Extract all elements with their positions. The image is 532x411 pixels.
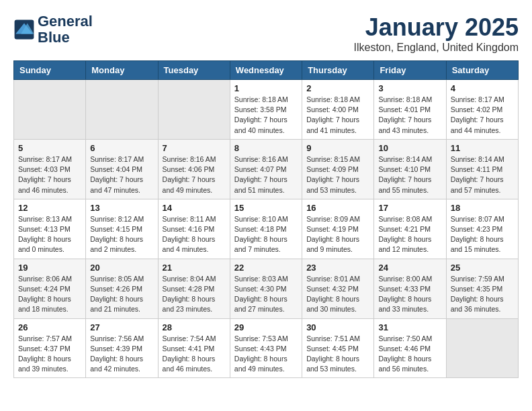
day-info: Sunrise: 8:03 AMSunset: 4:30 PMDaylight:… (234, 274, 298, 315)
day-number: 23 (306, 263, 369, 273)
week-row-1: 1 Sunrise: 8:18 AMSunset: 3:58 PMDayligh… (14, 80, 519, 140)
day-info: Sunrise: 8:06 AMSunset: 4:24 PMDaylight:… (18, 274, 81, 315)
header-cell-wednesday: Wednesday (230, 61, 302, 80)
day-cell: 4 Sunrise: 8:17 AMSunset: 4:02 PMDayligh… (446, 80, 518, 140)
day-info: Sunrise: 8:00 AMSunset: 4:33 PMDaylight:… (378, 274, 441, 315)
day-number: 8 (234, 143, 298, 153)
day-info: Sunrise: 7:59 AMSunset: 4:35 PMDaylight:… (451, 274, 514, 315)
header-cell-tuesday: Tuesday (158, 61, 230, 80)
day-info: Sunrise: 8:05 AMSunset: 4:26 PMDaylight:… (90, 274, 153, 315)
day-info: Sunrise: 7:54 AMSunset: 4:41 PMDaylight:… (163, 334, 226, 375)
day-number: 3 (378, 83, 441, 93)
day-info: Sunrise: 8:08 AMSunset: 4:21 PMDaylight:… (378, 214, 441, 255)
day-info: Sunrise: 8:18 AMSunset: 4:01 PMDaylight:… (378, 95, 441, 136)
day-info: Sunrise: 8:18 AMSunset: 3:58 PMDaylight:… (234, 95, 298, 136)
day-info: Sunrise: 7:51 AMSunset: 4:45 PMDaylight:… (306, 334, 369, 375)
day-info: Sunrise: 7:53 AMSunset: 4:43 PMDaylight:… (234, 334, 298, 375)
day-number: 20 (90, 263, 153, 273)
day-info: Sunrise: 8:12 AMSunset: 4:15 PMDaylight:… (90, 214, 153, 255)
day-info: Sunrise: 8:17 AMSunset: 4:02 PMDaylight:… (451, 95, 514, 136)
day-number: 10 (378, 143, 441, 153)
day-cell: 23 Sunrise: 8:01 AMSunset: 4:32 PMDaylig… (302, 259, 374, 318)
calendar-body: 1 Sunrise: 8:18 AMSunset: 3:58 PMDayligh… (14, 80, 519, 378)
day-cell: 11 Sunrise: 8:14 AMSunset: 4:11 PMDaylig… (446, 139, 518, 199)
page-header: General Blue January 2025 Ilkeston, Engl… (13, 13, 519, 54)
day-info: Sunrise: 8:17 AMSunset: 4:03 PMDaylight:… (18, 154, 81, 195)
day-info: Sunrise: 8:14 AMSunset: 4:10 PMDaylight:… (378, 154, 441, 195)
day-cell: 21 Sunrise: 8:04 AMSunset: 4:28 PMDaylig… (158, 259, 230, 318)
day-cell: 1 Sunrise: 8:18 AMSunset: 3:58 PMDayligh… (230, 80, 302, 140)
day-number: 24 (378, 263, 441, 273)
day-info: Sunrise: 8:16 AMSunset: 4:07 PMDaylight:… (234, 154, 298, 195)
day-number: 30 (306, 322, 369, 332)
day-number: 12 (18, 203, 81, 213)
day-cell: 24 Sunrise: 8:00 AMSunset: 4:33 PMDaylig… (374, 259, 446, 318)
day-number: 26 (18, 322, 81, 332)
calendar-subtitle: Ilkeston, England, United Kingdom (354, 42, 519, 54)
day-info: Sunrise: 8:16 AMSunset: 4:06 PMDaylight:… (163, 154, 226, 195)
logo-icon (13, 19, 35, 40)
day-number: 29 (234, 322, 298, 332)
day-number: 1 (234, 83, 298, 93)
day-cell: 28 Sunrise: 7:54 AMSunset: 4:41 PMDaylig… (158, 318, 230, 378)
logo: General Blue (13, 13, 93, 46)
day-number: 22 (234, 263, 298, 273)
day-number: 2 (306, 83, 369, 93)
day-number: 25 (451, 263, 514, 273)
day-cell: 10 Sunrise: 8:14 AMSunset: 4:10 PMDaylig… (374, 139, 446, 199)
day-cell: 12 Sunrise: 8:13 AMSunset: 4:13 PMDaylig… (14, 199, 86, 259)
day-number: 4 (451, 83, 514, 93)
day-cell: 8 Sunrise: 8:16 AMSunset: 4:07 PMDayligh… (230, 139, 302, 199)
day-cell: 26 Sunrise: 7:57 AMSunset: 4:37 PMDaylig… (14, 318, 86, 378)
day-cell: 15 Sunrise: 8:10 AMSunset: 4:18 PMDaylig… (230, 199, 302, 259)
header-cell-thursday: Thursday (302, 61, 374, 80)
day-number: 17 (378, 203, 441, 213)
day-number: 18 (451, 203, 514, 213)
day-info: Sunrise: 8:04 AMSunset: 4:28 PMDaylight:… (163, 274, 226, 315)
day-number: 16 (306, 203, 369, 213)
day-info: Sunrise: 8:17 AMSunset: 4:04 PMDaylight:… (90, 154, 153, 195)
week-row-3: 12 Sunrise: 8:13 AMSunset: 4:13 PMDaylig… (14, 199, 519, 259)
day-number: 6 (90, 143, 153, 153)
logo-text: General Blue (38, 13, 93, 46)
header-cell-friday: Friday (374, 61, 446, 80)
header-cell-saturday: Saturday (446, 61, 518, 80)
day-cell: 25 Sunrise: 7:59 AMSunset: 4:35 PMDaylig… (446, 259, 518, 318)
day-cell: 20 Sunrise: 8:05 AMSunset: 4:26 PMDaylig… (86, 259, 158, 318)
day-number: 19 (18, 263, 81, 273)
day-cell: 22 Sunrise: 8:03 AMSunset: 4:30 PMDaylig… (230, 259, 302, 318)
calendar-table: SundayMondayTuesdayWednesdayThursdayFrid… (13, 60, 519, 378)
day-info: Sunrise: 8:10 AMSunset: 4:18 PMDaylight:… (234, 214, 298, 255)
day-cell: 2 Sunrise: 8:18 AMSunset: 4:00 PMDayligh… (302, 80, 374, 140)
day-number: 9 (306, 143, 369, 153)
day-number: 21 (163, 263, 226, 273)
day-number: 31 (378, 322, 441, 332)
day-number: 7 (163, 143, 226, 153)
day-number: 5 (18, 143, 81, 153)
day-cell: 19 Sunrise: 8:06 AMSunset: 4:24 PMDaylig… (14, 259, 86, 318)
day-info: Sunrise: 8:07 AMSunset: 4:23 PMDaylight:… (451, 214, 514, 255)
day-number: 28 (163, 322, 226, 332)
day-number: 15 (234, 203, 298, 213)
day-cell: 29 Sunrise: 7:53 AMSunset: 4:43 PMDaylig… (230, 318, 302, 378)
day-info: Sunrise: 7:50 AMSunset: 4:46 PMDaylight:… (378, 334, 441, 375)
day-cell: 6 Sunrise: 8:17 AMSunset: 4:04 PMDayligh… (86, 139, 158, 199)
day-cell: 7 Sunrise: 8:16 AMSunset: 4:06 PMDayligh… (158, 139, 230, 199)
day-cell (158, 80, 230, 140)
day-cell: 9 Sunrise: 8:15 AMSunset: 4:09 PMDayligh… (302, 139, 374, 199)
day-number: 11 (451, 143, 514, 153)
day-info: Sunrise: 8:13 AMSunset: 4:13 PMDaylight:… (18, 214, 81, 255)
day-cell: 5 Sunrise: 8:17 AMSunset: 4:03 PMDayligh… (14, 139, 86, 199)
day-cell (86, 80, 158, 140)
day-cell: 17 Sunrise: 8:08 AMSunset: 4:21 PMDaylig… (374, 199, 446, 259)
day-info: Sunrise: 8:14 AMSunset: 4:11 PMDaylight:… (451, 154, 514, 195)
day-info: Sunrise: 7:56 AMSunset: 4:39 PMDaylight:… (90, 334, 153, 375)
day-cell (14, 80, 86, 140)
header-cell-sunday: Sunday (14, 61, 86, 80)
day-cell: 18 Sunrise: 8:07 AMSunset: 4:23 PMDaylig… (446, 199, 518, 259)
day-cell: 13 Sunrise: 8:12 AMSunset: 4:15 PMDaylig… (86, 199, 158, 259)
day-cell: 3 Sunrise: 8:18 AMSunset: 4:01 PMDayligh… (374, 80, 446, 140)
day-cell: 14 Sunrise: 8:11 AMSunset: 4:16 PMDaylig… (158, 199, 230, 259)
day-cell: 31 Sunrise: 7:50 AMSunset: 4:46 PMDaylig… (374, 318, 446, 378)
day-cell: 27 Sunrise: 7:56 AMSunset: 4:39 PMDaylig… (86, 318, 158, 378)
